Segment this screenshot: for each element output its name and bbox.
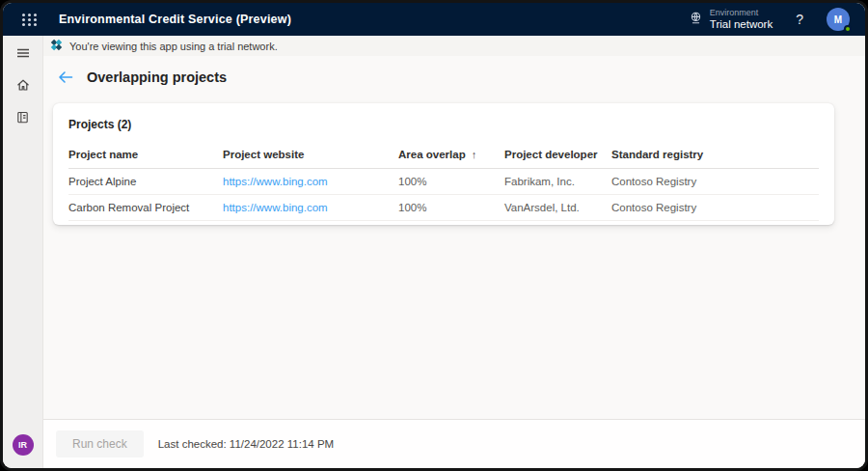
- last-checked-text: Last checked: 11/24/2022 11:14 PM: [158, 438, 334, 450]
- page-title: Overlapping projects: [87, 69, 227, 85]
- projects-table: Project name Project website Area overla…: [68, 140, 819, 221]
- cell-area-overlap: 100%: [398, 202, 504, 213]
- cell-project-developer: Fabrikam, Inc.: [504, 176, 611, 187]
- column-header-area-overlap[interactable]: Area overlap ↑: [398, 149, 504, 160]
- back-arrow-icon[interactable]: [58, 70, 73, 84]
- waffle-menu-icon[interactable]: [22, 14, 38, 26]
- run-check-button[interactable]: Run check: [56, 430, 144, 457]
- footer-bar: Run check Last checked: 11/24/2022 11:14…: [43, 419, 865, 468]
- column-header-standard-registry[interactable]: Standard registry: [611, 149, 819, 160]
- environment-text: Environment Trial network: [710, 8, 773, 31]
- presence-indicator: [844, 25, 852, 33]
- cell-project-name: Carbon Removal Project: [68, 202, 223, 213]
- environment-value: Trial network: [710, 18, 773, 31]
- app-title: Environmental Credit Service (Preview): [59, 13, 291, 26]
- trial-banner-message: You're viewing this app using a trial ne…: [69, 41, 278, 52]
- table-row[interactable]: Carbon Removal Project https://www.bing.…: [68, 195, 819, 221]
- page-header: Overlapping projects: [43, 56, 865, 85]
- projects-card: Projects (2) Project name Project websit…: [53, 103, 834, 225]
- session-avatar-initials: IR: [18, 440, 27, 450]
- page-content: Overlapping projects Projects (2) Projec…: [43, 56, 865, 419]
- cell-project-website-link[interactable]: https://www.bing.com: [223, 176, 398, 187]
- cell-project-developer: VanArsdel, Ltd.: [504, 202, 611, 213]
- top-bar: Environmental Credit Service (Preview) E…: [3, 3, 865, 36]
- environment-icon: [689, 11, 703, 29]
- column-header-project-developer[interactable]: Project developer: [504, 149, 611, 160]
- environment-switcher[interactable]: Environment Trial network: [689, 8, 773, 31]
- cell-standard-registry: Contoso Registry: [611, 176, 819, 187]
- cell-standard-registry: Contoso Registry: [611, 202, 819, 213]
- projects-ledger-icon[interactable]: [14, 108, 32, 125]
- column-header-area-overlap-label: Area overlap: [398, 149, 466, 160]
- table-header-row: Project name Project website Area overla…: [68, 140, 819, 169]
- trial-network-icon: [50, 39, 63, 53]
- main-area: IR You're viewing this app using a trial…: [3, 36, 865, 468]
- app-window: Environmental Credit Service (Preview) E…: [0, 0, 868, 471]
- column-header-project-name[interactable]: Project name: [68, 149, 223, 160]
- user-avatar[interactable]: M: [827, 8, 850, 31]
- sort-ascending-icon: ↑: [472, 149, 477, 160]
- right-column: You're viewing this app using a trial ne…: [43, 36, 865, 468]
- cell-project-website-link[interactable]: https://www.bing.com: [223, 202, 398, 213]
- trial-network-banner: You're viewing this app using a trial ne…: [43, 36, 865, 56]
- table-row[interactable]: Project Alpine https://www.bing.com 100%…: [68, 169, 819, 195]
- projects-card-title: Projects (2): [68, 103, 819, 131]
- topbar-right: Environment Trial network ? M: [689, 8, 850, 31]
- column-header-project-website[interactable]: Project website: [223, 149, 398, 160]
- help-button[interactable]: ?: [796, 12, 803, 27]
- home-icon[interactable]: [14, 76, 32, 94]
- cell-project-name: Project Alpine: [68, 176, 223, 187]
- environment-label: Environment: [710, 8, 773, 17]
- hamburger-menu-icon[interactable]: [14, 44, 32, 62]
- left-nav: IR: [3, 36, 43, 468]
- session-avatar[interactable]: IR: [13, 434, 34, 456]
- avatar-initial: M: [834, 14, 842, 25]
- cell-area-overlap: 100%: [398, 176, 504, 187]
